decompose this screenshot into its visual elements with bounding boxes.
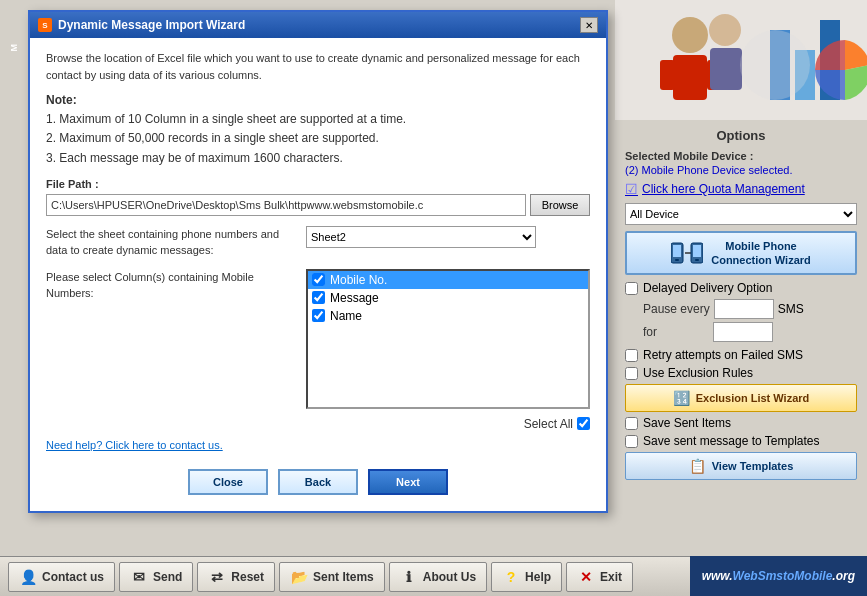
dialog-title: Dynamic Message Import Wizard bbox=[58, 18, 245, 32]
browse-button[interactable]: Browse bbox=[530, 194, 590, 216]
contact-us-button[interactable]: 👤 Contact us bbox=[8, 562, 115, 592]
view-templates-label: View Templates bbox=[712, 460, 794, 472]
save-sent-label: Save Sent Items bbox=[643, 416, 731, 430]
retry-row: Retry attempts on Failed SMS bbox=[625, 348, 857, 362]
select-all-row: Select All bbox=[46, 417, 590, 431]
help-label: Help bbox=[525, 570, 551, 584]
column-name-mobile: Mobile No. bbox=[330, 273, 387, 287]
help-link[interactable]: Need help? Click here to contact us. bbox=[46, 439, 590, 451]
wizard-icon bbox=[671, 239, 703, 267]
dialog-icon: S bbox=[38, 18, 52, 32]
device-dropdown[interactable]: All Device bbox=[625, 203, 857, 225]
exclusion-row: Use Exclusion Rules bbox=[625, 366, 857, 380]
main-area: M bbox=[0, 24, 867, 556]
options-title: Options bbox=[625, 128, 857, 143]
delay-section: Pause every SMS for bbox=[625, 299, 857, 342]
svg-rect-13 bbox=[675, 259, 679, 261]
selected-device-label: Selected Mobile Device : bbox=[625, 150, 753, 162]
website-badge: www.WebSmstoMobile.org bbox=[690, 556, 867, 596]
delayed-delivery-checkbox[interactable] bbox=[625, 282, 638, 295]
svg-rect-17 bbox=[695, 259, 699, 261]
save-templates-checkbox[interactable] bbox=[625, 435, 638, 448]
column-checkbox-mobile[interactable] bbox=[312, 273, 325, 286]
exclusion-label: Use Exclusion Rules bbox=[643, 366, 753, 380]
about-label: About Us bbox=[423, 570, 476, 584]
column-item-mobile[interactable]: Mobile No. bbox=[308, 271, 588, 289]
column-checkbox-message[interactable] bbox=[312, 291, 325, 304]
selected-device-row: Selected Mobile Device : (2) Mobile Phon… bbox=[625, 149, 857, 177]
svg-point-1 bbox=[672, 17, 708, 53]
exclusion-list-wizard-button[interactable]: 🔢 Exclusion List Wizard bbox=[625, 384, 857, 412]
for-label: for bbox=[643, 325, 657, 339]
dialog-description: Browse the location of Excel file which … bbox=[46, 50, 590, 83]
column-name-message: Message bbox=[330, 291, 379, 305]
selected-device-value: (2) Mobile Phone Device selected. bbox=[625, 164, 793, 176]
dialog: S Dynamic Message Import Wizard ✕ Browse… bbox=[28, 10, 608, 513]
dialog-title-bar: S Dynamic Message Import Wizard ✕ bbox=[30, 12, 606, 38]
taskbar: 👤 Contact us ✉ Send ⇄ Reset 📂 Sent Items… bbox=[0, 556, 867, 596]
help-button[interactable]: ? Help bbox=[491, 562, 562, 592]
options-panel: Options Selected Mobile Device : (2) Mob… bbox=[615, 0, 867, 596]
dialog-note: Note: 1. Maximum of 10 Column in a singl… bbox=[46, 91, 590, 168]
pause-label: Pause every bbox=[643, 302, 710, 316]
sent-items-label: Sent Items bbox=[313, 570, 374, 584]
svg-rect-12 bbox=[673, 245, 681, 257]
sms-label: SMS bbox=[778, 302, 804, 316]
exit-button[interactable]: ✕ Exit bbox=[566, 562, 633, 592]
options-header-image bbox=[615, 0, 867, 120]
column-label: Please select Column(s) containing Mobil… bbox=[46, 269, 296, 409]
save-templates-label: Save sent message to Templates bbox=[643, 434, 820, 448]
sent-items-icon: 📂 bbox=[290, 568, 308, 586]
delayed-delivery-label: Delayed Delivery Option bbox=[643, 281, 772, 295]
quota-link[interactable]: ☑ Click here Quota Management bbox=[625, 181, 857, 197]
select-all-label: Select All bbox=[524, 417, 573, 431]
save-sent-checkbox[interactable] bbox=[625, 417, 638, 430]
mobile-connection-wizard-button[interactable]: Mobile PhoneConnection Wizard bbox=[625, 231, 857, 275]
sheet-section: Select the sheet containing phone number… bbox=[46, 226, 590, 259]
sheet-dropdown[interactable]: Sheet2 bbox=[306, 226, 536, 248]
column-name-name: Name bbox=[330, 309, 362, 323]
column-checkbox-name[interactable] bbox=[312, 309, 325, 322]
reset-icon: ⇄ bbox=[208, 568, 226, 586]
view-templates-button[interactable]: 📋 View Templates bbox=[625, 452, 857, 480]
column-item-message[interactable]: Message bbox=[308, 289, 588, 307]
about-button[interactable]: ℹ About Us bbox=[389, 562, 487, 592]
exit-icon: ✕ bbox=[577, 568, 595, 586]
exit-label: Exit bbox=[600, 570, 622, 584]
note-line-1: 1. Maximum of 10 Column in a single shee… bbox=[46, 112, 406, 126]
contact-label: Contact us bbox=[42, 570, 104, 584]
svg-rect-16 bbox=[693, 245, 701, 257]
reset-button[interactable]: ⇄ Reset bbox=[197, 562, 275, 592]
note-line-2: 2. Maximum of 50,000 records in a single… bbox=[46, 131, 379, 145]
next-button[interactable]: Next bbox=[368, 469, 448, 495]
svg-rect-6 bbox=[710, 48, 742, 90]
exclusion-btn-label: Exclusion List Wizard bbox=[696, 392, 810, 404]
send-label: Send bbox=[153, 570, 182, 584]
pause-input[interactable] bbox=[714, 299, 774, 319]
sheet-label: Select the sheet containing phone number… bbox=[46, 226, 296, 259]
retry-checkbox[interactable] bbox=[625, 349, 638, 362]
sidebar-label: M bbox=[9, 44, 19, 52]
save-sent-row: Save Sent Items bbox=[625, 416, 857, 430]
contact-icon: 👤 bbox=[19, 568, 37, 586]
help-icon: ? bbox=[502, 568, 520, 586]
close-button[interactable]: Close bbox=[188, 469, 268, 495]
for-input[interactable] bbox=[713, 322, 773, 342]
send-button[interactable]: ✉ Send bbox=[119, 562, 193, 592]
about-icon: ℹ bbox=[400, 568, 418, 586]
save-templates-row: Save sent message to Templates bbox=[625, 434, 857, 448]
file-path-input[interactable] bbox=[46, 194, 526, 216]
column-section: Please select Column(s) containing Mobil… bbox=[46, 269, 590, 409]
reset-label: Reset bbox=[231, 570, 264, 584]
dialog-close-button[interactable]: ✕ bbox=[580, 17, 598, 33]
back-button[interactable]: Back bbox=[278, 469, 358, 495]
exclusion-checkbox[interactable] bbox=[625, 367, 638, 380]
wizard-btn-label: Mobile PhoneConnection Wizard bbox=[711, 239, 811, 268]
svg-rect-3 bbox=[660, 60, 675, 90]
column-item-name[interactable]: Name bbox=[308, 307, 588, 325]
sent-items-button[interactable]: 📂 Sent Items bbox=[279, 562, 385, 592]
svg-point-10 bbox=[740, 30, 810, 100]
select-all-checkbox[interactable] bbox=[577, 417, 590, 430]
svg-rect-2 bbox=[673, 55, 707, 100]
file-path-label: File Path : bbox=[46, 178, 590, 190]
